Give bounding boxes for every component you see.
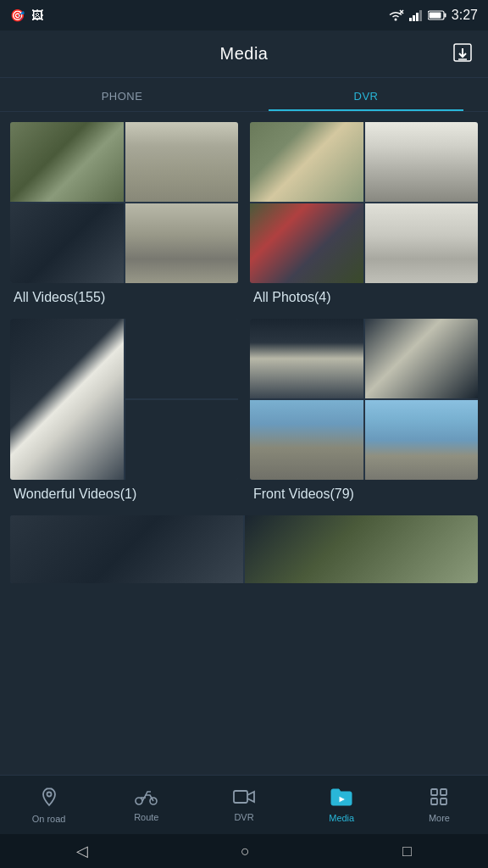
bottom-nav: On road Route DVR <box>0 775 488 834</box>
motorcycle-icon <box>135 788 158 809</box>
nav-label-more: More <box>429 813 450 823</box>
thumb-all-videos <box>10 122 238 283</box>
tab-dvr[interactable]: DVR <box>244 78 488 111</box>
thumb-cell <box>10 122 124 202</box>
thumb-all-photos <box>250 122 478 283</box>
thumb-cell <box>250 203 363 283</box>
card-all-videos[interactable]: All Videos(155) <box>10 122 238 309</box>
nav-label-dvr: DVR <box>234 812 253 822</box>
home-button[interactable]: ○ <box>241 843 250 860</box>
header: Media <box>0 31 488 78</box>
partial-card-row3 <box>0 515 488 583</box>
svg-rect-8 <box>444 14 446 18</box>
tab-bar: PHONE DVR <box>0 78 488 112</box>
svg-rect-16 <box>234 791 247 803</box>
nav-dvr[interactable]: DVR <box>195 782 292 829</box>
back-button[interactable]: ◁ <box>76 842 88 860</box>
card-label-front-videos: Front Videos(79) <box>250 480 478 505</box>
svg-rect-6 <box>419 10 422 21</box>
nav-media[interactable]: Media <box>293 781 391 830</box>
svg-rect-19 <box>441 789 446 795</box>
nav-on-road[interactable]: On road <box>0 780 97 831</box>
svg-rect-5 <box>416 13 419 21</box>
thumb-cell <box>365 400 479 480</box>
thumb-cell <box>10 515 243 583</box>
thumb-cell <box>10 203 124 283</box>
page-title: Media <box>220 44 269 64</box>
media-cards-row2: Wonderful Videos(1) Front Videos(79) <box>0 319 488 515</box>
thumb-cell <box>125 122 239 202</box>
card-label-all-photos: All Photos(4) <box>250 283 478 309</box>
svg-rect-20 <box>431 798 437 804</box>
thumb-cell <box>125 203 239 283</box>
svg-rect-3 <box>409 18 412 21</box>
thumb-cell <box>250 400 363 480</box>
svg-rect-4 <box>413 15 415 21</box>
grid-icon <box>430 787 448 810</box>
thumb-front-videos <box>250 319 478 480</box>
battery-icon <box>428 10 446 20</box>
thumb-wonderful-videos <box>10 319 238 480</box>
nav-label-media: Media <box>329 813 354 823</box>
thumb-cell <box>365 122 479 202</box>
signal-icon <box>409 9 423 21</box>
notification-icon: 🎯 <box>10 8 25 22</box>
nav-label-route: Route <box>134 812 158 822</box>
thumb-cell <box>245 515 478 583</box>
tab-phone[interactable]: PHONE <box>0 78 244 111</box>
thumb-cell <box>365 319 479 398</box>
system-nav: ◁ ○ □ <box>0 834 488 868</box>
folder-icon <box>330 787 352 810</box>
card-label-all-videos: All Videos(155) <box>10 283 238 309</box>
card-label-wonderful-videos: Wonderful Videos(1) <box>10 480 238 505</box>
thumb-cell <box>125 400 239 480</box>
svg-rect-9 <box>429 13 441 19</box>
svg-point-13 <box>47 792 51 796</box>
status-bar: 🎯 🖼 3:27 <box>0 0 488 31</box>
image-icon: 🖼 <box>31 8 43 22</box>
recent-button[interactable]: □ <box>402 843 412 860</box>
thumb-cell <box>10 319 124 480</box>
thumb-cell <box>250 122 363 202</box>
svg-rect-18 <box>431 789 437 795</box>
clock: 3:27 <box>452 8 478 23</box>
card-front-videos[interactable]: Front Videos(79) <box>250 319 478 505</box>
status-left-icons: 🎯 🖼 <box>10 8 43 22</box>
svg-point-0 <box>394 19 396 21</box>
svg-point-14 <box>136 798 142 804</box>
video-icon <box>233 788 255 809</box>
thumb-cell <box>250 319 363 398</box>
thumb-cell <box>365 203 479 283</box>
thumb-cell <box>125 319 239 398</box>
svg-rect-21 <box>441 798 446 804</box>
media-cards-row1: All Videos(155) All Photos(4) <box>0 112 488 319</box>
status-right-icons: 3:27 <box>387 8 478 23</box>
download-button[interactable] <box>451 41 474 68</box>
nav-more[interactable]: More <box>391 781 488 830</box>
card-all-photos[interactable]: All Photos(4) <box>250 122 478 309</box>
location-icon <box>39 787 59 810</box>
media-grid: All Videos(155) All Photos(4) Wonderful … <box>0 112 488 688</box>
partial-thumb <box>10 515 478 583</box>
card-wonderful-videos[interactable]: Wonderful Videos(1) <box>10 319 238 505</box>
nav-label-on-road: On road <box>32 814 66 824</box>
nav-route[interactable]: Route <box>97 782 195 829</box>
wifi-icon <box>387 9 404 21</box>
